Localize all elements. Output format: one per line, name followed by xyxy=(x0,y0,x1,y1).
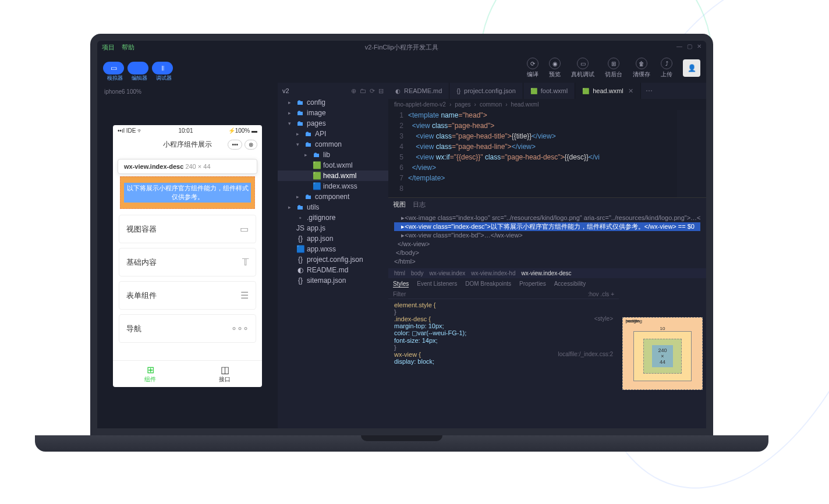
menu-dots-icon[interactable]: ••• xyxy=(228,140,242,150)
code-editor[interactable]: 12345678 <template name="head"> <view cl… xyxy=(388,110,706,197)
tree-node[interactable]: ▾🖿pages xyxy=(278,118,388,129)
tree-node[interactable]: {}sitemap.json xyxy=(278,275,388,286)
toolbar: ▭⫴ ⟳编译◉预览▭真机调试⊞切后台🗑清缓存⤴上传 👤 模拟器编辑器调试器 xyxy=(97,54,706,83)
new-file-icon[interactable]: ⊕ xyxy=(351,87,356,95)
tree-node[interactable]: ▸🖿utils xyxy=(278,202,388,212)
menu-help[interactable]: 帮助 xyxy=(122,43,134,52)
toolbar-action-编译[interactable]: ⟳编译 xyxy=(527,58,539,79)
page-title: 小程序组件展示 xyxy=(163,140,212,150)
editor-tab[interactable]: ◐README.md xyxy=(388,83,449,99)
tabs-more-icon[interactable]: ⋯ xyxy=(641,83,657,99)
styles-tab[interactable]: DOM Breakpoints xyxy=(465,281,511,288)
phone-tab[interactable]: ◫接口 xyxy=(187,361,262,387)
devtools: 视图 日志 ▸<wx-image class="index-logo" src=… xyxy=(388,197,706,428)
editor-tab[interactable]: 🟩foot.wxml xyxy=(523,83,575,99)
tree-node[interactable]: ▸🖿lib xyxy=(278,150,388,160)
toolbar-action-清缓存[interactable]: 🗑清缓存 xyxy=(633,58,650,79)
devtools-tab-elements[interactable]: 视图 xyxy=(393,200,406,209)
tree-node[interactable]: 🟩foot.wxml xyxy=(278,160,388,171)
tree-node[interactable]: ▸🖿component xyxy=(278,191,388,202)
editor-tab[interactable]: {}project.config.json xyxy=(449,83,523,99)
phone-tab[interactable]: ⊞组件 xyxy=(113,361,187,387)
status-battery: ⚡100% ▬ xyxy=(228,127,257,134)
tree-node[interactable]: ▾🖿common xyxy=(278,139,388,150)
toolbar-action-上传[interactable]: ⤴上传 xyxy=(661,58,672,79)
tree-node[interactable]: ◦.gitignore xyxy=(278,212,388,223)
breadcrumb: fino-applet-demo-v2›pages›common›head.wx… xyxy=(388,99,706,110)
toolbar-mode-button[interactable]: ⫴ xyxy=(152,62,173,74)
toolbar-action-切后台[interactable]: ⊞切后台 xyxy=(605,58,622,79)
styles-filter-actions[interactable]: :hov .cls + xyxy=(588,291,614,297)
menubar: 项目 帮助 v2-FinClip小程序开发工具 — ▢ ✕ xyxy=(97,41,706,54)
window-controls: — ▢ ✕ xyxy=(676,43,702,49)
phone-preview: ••ıl IDE ᯤ 10:01 ⚡100% ▬ 小程序组件展示 •••⊗ wx… xyxy=(113,125,262,387)
tree-node[interactable]: ▸🖿API xyxy=(278,129,388,139)
css-rules[interactable]: element.style { } .index-desc {<style> m… xyxy=(388,299,619,367)
laptop-base xyxy=(35,435,768,452)
status-time: 10:01 xyxy=(178,127,193,134)
status-signal: ••ıl IDE ᯤ xyxy=(118,127,143,134)
toolbar-mode-button[interactable] xyxy=(127,62,148,74)
ide-window: 项目 帮助 v2-FinClip小程序开发工具 — ▢ ✕ ▭⫴ ⟳编译◉预览▭… xyxy=(97,41,706,428)
editor-tab[interactable]: 🟩head.wxml✕ xyxy=(575,83,641,99)
tree-node[interactable]: ◐README.md xyxy=(278,265,388,275)
menu-item[interactable]: 导航∘∘∘ xyxy=(119,314,256,343)
tree-node[interactable]: 🟦app.wxss xyxy=(278,244,388,254)
tree-node[interactable]: ▸🖿image xyxy=(278,108,388,118)
styles-tab[interactable]: Properties xyxy=(519,281,546,288)
camera-dot xyxy=(400,36,403,40)
laptop-frame: 项目 帮助 v2-FinClip小程序开发工具 — ▢ ✕ ▭⫴ ⟳编译◉预览▭… xyxy=(90,34,713,452)
toolbar-mode-button[interactable]: ▭ xyxy=(103,62,124,74)
box-model: margin10 border padding 240 × 44 xyxy=(619,278,706,428)
collapse-icon[interactable]: ⊟ xyxy=(378,87,384,95)
tree-node[interactable]: 🟩head.wxml xyxy=(278,171,388,181)
toolbar-action-真机调试[interactable]: ▭真机调试 xyxy=(571,58,594,79)
new-folder-icon[interactable]: 🗀 xyxy=(360,87,366,95)
tree-node[interactable]: JSapp.js xyxy=(278,223,388,233)
menu-item[interactable]: 基础内容𝕋 xyxy=(119,248,256,276)
tree-node[interactable]: {}app.json xyxy=(278,233,388,244)
inspector-tooltip: wx-view.index-desc 240 × 44 xyxy=(118,159,257,174)
project-root[interactable]: v2 xyxy=(282,87,289,95)
refresh-icon[interactable]: ⟳ xyxy=(370,87,375,95)
devtools-tab-console[interactable]: 日志 xyxy=(413,200,426,209)
styles-tab[interactable]: Styles xyxy=(393,281,409,288)
maximize-icon[interactable]: ▢ xyxy=(687,43,692,49)
dom-path[interactable]: htmlbodywx-view.indexwx-view.index-hdwx-… xyxy=(388,268,706,278)
minimize-icon[interactable]: — xyxy=(676,43,682,49)
avatar[interactable]: 👤 xyxy=(683,59,700,77)
device-info: iphone6 100% xyxy=(102,87,273,96)
file-explorer: v2 ⊕ 🗀 ⟳ ⊟ ▸🖿config▸🖿image▾🖿pages▸🖿API▾🖿… xyxy=(278,83,388,428)
menu-project[interactable]: 项目 xyxy=(102,43,115,52)
dom-tree[interactable]: ▸<wx-image class="index-logo" src="../re… xyxy=(388,211,706,268)
tree-node[interactable]: ▸🖿config xyxy=(278,97,388,108)
minimap[interactable] xyxy=(677,110,706,197)
styles-tab[interactable]: Event Listeners xyxy=(417,281,457,288)
editor-panel: ◐README.md{}project.config.json🟩foot.wxm… xyxy=(388,83,706,428)
tree-node[interactable]: {}project.config.json xyxy=(278,254,388,265)
menu-item[interactable]: 视图容器▭ xyxy=(119,215,256,243)
highlighted-element[interactable]: 以下将展示小程序官方组件能力，组件样式仅供参考。 xyxy=(120,176,255,209)
styles-tab[interactable]: Accessibility xyxy=(554,281,586,288)
window-title: v2-FinClip小程序开发工具 xyxy=(365,43,439,52)
close-icon[interactable]: ✕ xyxy=(697,43,702,49)
menu-item[interactable]: 表单组件☰ xyxy=(119,281,256,310)
tree-node[interactable]: 🟦index.wxss xyxy=(278,181,388,191)
close-circle-icon[interactable]: ⊗ xyxy=(245,140,257,150)
toolbar-action-预览[interactable]: ◉预览 xyxy=(549,58,561,79)
simulator-panel: iphone6 100% ••ıl IDE ᯤ 10:01 ⚡100% ▬ 小程… xyxy=(97,83,278,428)
styles-filter-input[interactable]: Filter xyxy=(393,291,406,297)
